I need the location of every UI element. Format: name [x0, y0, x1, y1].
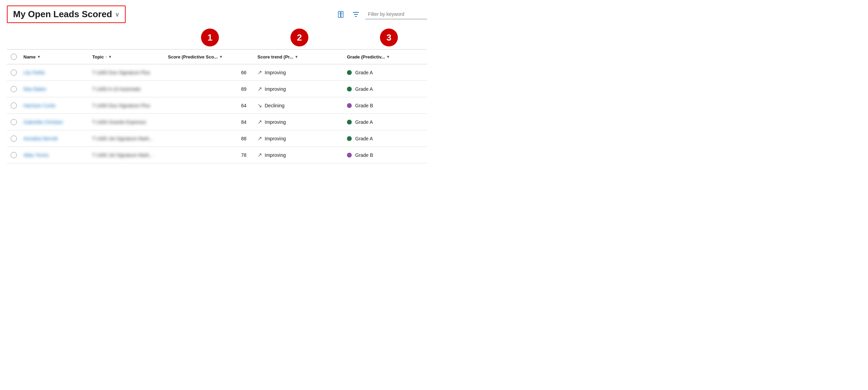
col-header-topic[interactable]: Topic ↑ ▼: [89, 53, 165, 61]
grade-dot-2: [347, 103, 352, 108]
svg-rect-0: [338, 11, 340, 18]
topic-sort-icon[interactable]: ↑ ▼: [105, 55, 112, 59]
trend-label-1: Improving: [265, 86, 286, 92]
row-grade-4: Grade A: [344, 136, 434, 141]
trend-arrow-4: ↗: [257, 135, 262, 142]
row-topic-2: T-1400 Duo Signature Plus: [89, 103, 165, 108]
badge-3: 3: [380, 29, 398, 46]
row-trend-1: ↗ Improving: [255, 86, 344, 92]
row-name-1[interactable]: Max Baker: [21, 86, 89, 92]
filter-button[interactable]: [351, 9, 361, 20]
row-grade-1: Grade A: [344, 86, 434, 92]
row-checkbox-0[interactable]: [7, 69, 21, 76]
grade-dot-5: [347, 153, 352, 158]
grade-dot-4: [347, 136, 352, 141]
trend-arrow-5: ↗: [257, 152, 262, 158]
header-checkbox: [7, 52, 21, 61]
col-header-score[interactable]: Score (Predictive Sco... ▼: [165, 53, 255, 61]
row-grade-3: Grade A: [344, 119, 434, 125]
row-checkbox-5[interactable]: [7, 152, 21, 158]
view-title-container: My Open Leads Scored ∨: [7, 6, 126, 23]
trend-label-4: Improving: [265, 136, 286, 141]
select-all-checkbox[interactable]: [11, 54, 17, 60]
score-sort-icon[interactable]: ▼: [219, 55, 223, 59]
badge-2-container: 2: [255, 27, 344, 48]
table-row: Annalise Berndt T-1400 Jet Signature Mar…: [7, 130, 427, 147]
row-trend-2: ↘ Declining: [255, 102, 344, 109]
row-topic-3: T-1400 Grande Espresso: [89, 119, 165, 125]
trend-sort-icon[interactable]: ▼: [295, 55, 298, 59]
grade-label-1: Grade A: [355, 86, 373, 92]
row-checkbox-4[interactable]: [7, 136, 21, 142]
keyword-filter-input[interactable]: [365, 9, 427, 19]
grade-label-3: Grade A: [355, 119, 373, 125]
badge-cell-empty-3: [89, 45, 165, 48]
badge-2: 2: [290, 29, 308, 46]
trend-label-2: Declining: [265, 103, 285, 108]
column-settings-button[interactable]: [336, 9, 347, 20]
row-score-2: 64: [165, 103, 255, 108]
trend-label-0: Improving: [265, 70, 286, 75]
row-name-4[interactable]: Annalise Berndt: [21, 136, 89, 141]
badge-cell-empty-1: [7, 45, 21, 48]
trend-label-3: Improving: [265, 119, 286, 125]
col-header-grade[interactable]: Grade (Predictiv... ▼: [344, 53, 434, 61]
grade-dot-1: [347, 87, 352, 91]
badge-1-container: 1: [165, 27, 255, 48]
table-row: Gabriella Christian T-1400 Grande Espres…: [7, 114, 427, 130]
trend-arrow-3: ↗: [257, 119, 262, 125]
grade-sort-icon[interactable]: ▼: [386, 55, 390, 59]
grade-label-5: Grade B: [355, 152, 373, 158]
row-score-0: 66: [165, 70, 255, 75]
row-name-5[interactable]: Atlas Torres: [21, 152, 89, 158]
badges-section: 1 2 3: [7, 27, 427, 49]
row-trend-0: ↗ Improving: [255, 69, 344, 76]
row-score-5: 78: [165, 152, 255, 158]
table-row: Atlas Torres T-1400 Jet Signature Mark..…: [7, 147, 427, 163]
grade-dot-0: [347, 70, 352, 75]
trend-label-5: Improving: [265, 152, 286, 158]
grade-label-0: Grade A: [355, 70, 373, 75]
row-topic-5: T-1400 Jet Signature Mark...: [89, 152, 165, 158]
row-topic-0: T-1400 Duo Signature Plus: [89, 70, 165, 75]
row-trend-3: ↗ Improving: [255, 119, 344, 125]
grade-label-4: Grade A: [355, 136, 373, 141]
row-name-0[interactable]: Lily Fields: [21, 70, 89, 75]
row-topic-4: T-1400 Jet Signature Mark...: [89, 136, 165, 141]
row-score-1: 89: [165, 86, 255, 92]
trend-arrow-0: ↗: [257, 69, 262, 76]
table-row: Lily Fields T-1400 Duo Signature Plus 66…: [7, 64, 427, 81]
svg-rect-1: [341, 11, 343, 18]
row-score-3: 84: [165, 119, 255, 125]
col-header-name[interactable]: Name ▼: [21, 53, 89, 61]
row-grade-0: Grade A: [344, 70, 434, 75]
table-row: Max Baker T-1400 A-10 Automatic 89 ↗ Imp…: [7, 81, 427, 97]
table-row: Harrison Curtis T-1400 Duo Signature Plu…: [7, 97, 427, 114]
row-checkbox-2[interactable]: [7, 102, 21, 109]
row-score-4: 88: [165, 136, 255, 141]
trend-arrow-1: ↗: [257, 86, 262, 92]
row-checkbox-3[interactable]: [7, 119, 21, 125]
row-topic-1: T-1400 A-10 Automatic: [89, 86, 165, 92]
row-grade-5: Grade B: [344, 152, 434, 158]
trend-arrow-2: ↘: [257, 102, 262, 109]
grade-label-2: Grade B: [355, 103, 373, 108]
badge-cell-empty-2: [21, 45, 89, 48]
title-dropdown-chevron[interactable]: ∨: [115, 11, 119, 18]
badge-1: 1: [201, 29, 219, 46]
page-title: My Open Leads Scored: [13, 9, 112, 20]
name-sort-icon[interactable]: ▼: [37, 55, 41, 59]
row-name-2[interactable]: Harrison Curtis: [21, 103, 89, 108]
header-actions: [336, 9, 427, 20]
table-body: Lily Fields T-1400 Duo Signature Plus 66…: [7, 64, 427, 163]
badge-3-container: 3: [344, 27, 434, 48]
grade-dot-3: [347, 120, 352, 124]
row-grade-2: Grade B: [344, 103, 434, 108]
row-trend-5: ↗ Improving: [255, 152, 344, 158]
row-name-3[interactable]: Gabriella Christian: [21, 119, 89, 125]
col-header-trend[interactable]: Score trend (Pr... ▼: [255, 53, 344, 61]
row-trend-4: ↗ Improving: [255, 135, 344, 142]
row-checkbox-1[interactable]: [7, 86, 21, 92]
table-header: Name ▼ Topic ↑ ▼ Score (Predictive Sco..…: [7, 49, 427, 64]
